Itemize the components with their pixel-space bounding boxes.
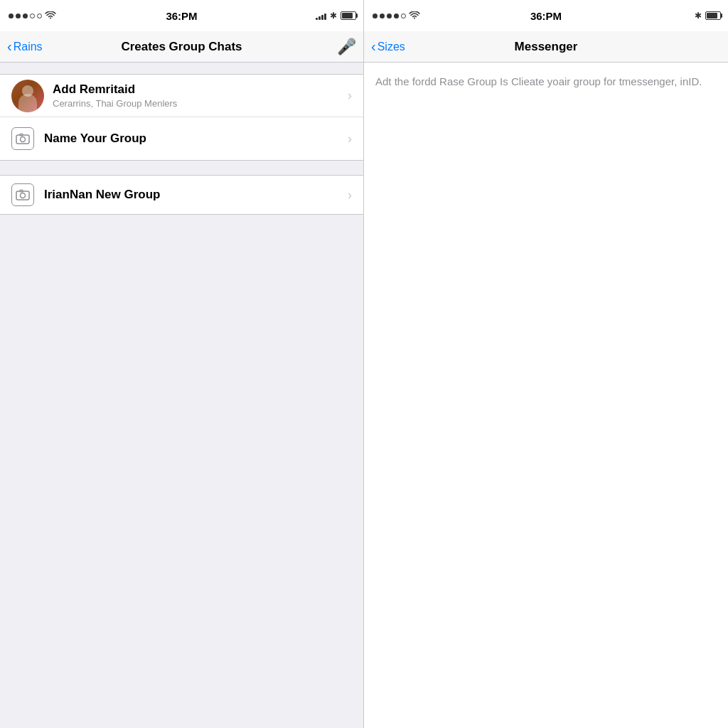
list-item-text-1: Add Remritaid Cerarrins, Thai Group Menl… xyxy=(53,82,342,109)
right-status-left xyxy=(364,11,420,20)
list-section: Add Remritaid Cerarrins, Thai Group Menl… xyxy=(0,74,363,161)
battery-left xyxy=(341,11,356,20)
dot4 xyxy=(30,14,35,18)
add-remritaid-title: Add Remritaid xyxy=(53,82,342,97)
right-status-bar: 36:PM ✱ xyxy=(364,0,728,31)
mic-icon[interactable]: 🎤 xyxy=(337,38,356,56)
list-group: Add Remritaid Cerarrins, Thai Group Menl… xyxy=(0,74,363,161)
right-panel: 36:PM ✱ ‹ Sizes Messenger Adt the fordd … xyxy=(364,0,728,728)
name-your-group-item[interactable]: Name Your Group › xyxy=(0,117,363,160)
add-remritaid-item[interactable]: Add Remritaid Cerarrins, Thai Group Menl… xyxy=(0,75,363,117)
chevron-2: › xyxy=(348,132,352,146)
chevron-1: › xyxy=(348,88,352,103)
right-back-button[interactable]: ‹ Sizes xyxy=(371,38,405,55)
left-back-button[interactable]: ‹ Rains xyxy=(7,38,43,55)
list-item-text-2: Name Your Group xyxy=(44,132,342,146)
left-panel: 36:PM ✱ ‹ Rains xyxy=(0,0,364,728)
svg-point-4 xyxy=(21,193,26,198)
add-remritaid-subtitle: Cerarrins, Thai Group Menlers xyxy=(53,98,342,109)
standalone-item-text: IrianNan New Group xyxy=(44,188,342,202)
camera-icon xyxy=(11,127,34,150)
right-back-arrow: ‹ xyxy=(371,38,376,55)
iriannan-new-group-item[interactable]: IrianNan New Group › xyxy=(0,175,363,215)
dot3 xyxy=(23,14,28,18)
right-signal-dots xyxy=(373,14,406,18)
right-time: 36:PM xyxy=(530,10,562,22)
standalone-section: IrianNan New Group › xyxy=(0,175,363,215)
left-back-label: Rains xyxy=(14,41,43,53)
right-content: Adt the fordd Rase Group Is Clieate yoai… xyxy=(364,63,728,728)
right-back-label: Sizes xyxy=(378,41,405,53)
svg-point-1 xyxy=(21,137,26,142)
right-nav-bar: ‹ Sizes Messenger xyxy=(364,31,728,63)
left-content: Add Remritaid Cerarrins, Thai Group Menl… xyxy=(0,63,363,728)
wifi-icon-right xyxy=(409,11,420,20)
battery-right xyxy=(705,11,721,20)
bluetooth-right: ✱ xyxy=(695,11,702,21)
right-nav-title: Messenger xyxy=(515,40,578,54)
standalone-icon xyxy=(11,183,34,206)
wifi-icon-left xyxy=(45,11,56,20)
signal-dots xyxy=(9,14,42,18)
left-status-left xyxy=(0,11,56,20)
left-time: 36:PM xyxy=(166,10,197,22)
left-nav-title: Creates Group Chats xyxy=(121,40,242,54)
dot2 xyxy=(16,14,21,18)
dot1 xyxy=(9,14,14,18)
dot5 xyxy=(37,14,42,18)
avatar xyxy=(11,80,44,112)
signal-bars-left xyxy=(316,11,326,20)
chevron-standalone: › xyxy=(348,188,352,203)
left-nav-bar: ‹ Rains Creates Group Chats 🎤 xyxy=(0,31,363,63)
name-your-group-title: Name Your Group xyxy=(44,132,342,146)
iriannan-title: IrianNan New Group xyxy=(44,188,342,202)
right-description: Adt the fordd Rase Group Is Clieate yoai… xyxy=(375,74,717,90)
left-back-arrow: ‹ xyxy=(7,38,12,55)
left-status-bar: 36:PM ✱ xyxy=(0,0,363,31)
right-status-right: ✱ xyxy=(695,11,728,21)
left-status-right: ✱ xyxy=(316,11,363,21)
bluetooth-left: ✱ xyxy=(330,11,337,21)
